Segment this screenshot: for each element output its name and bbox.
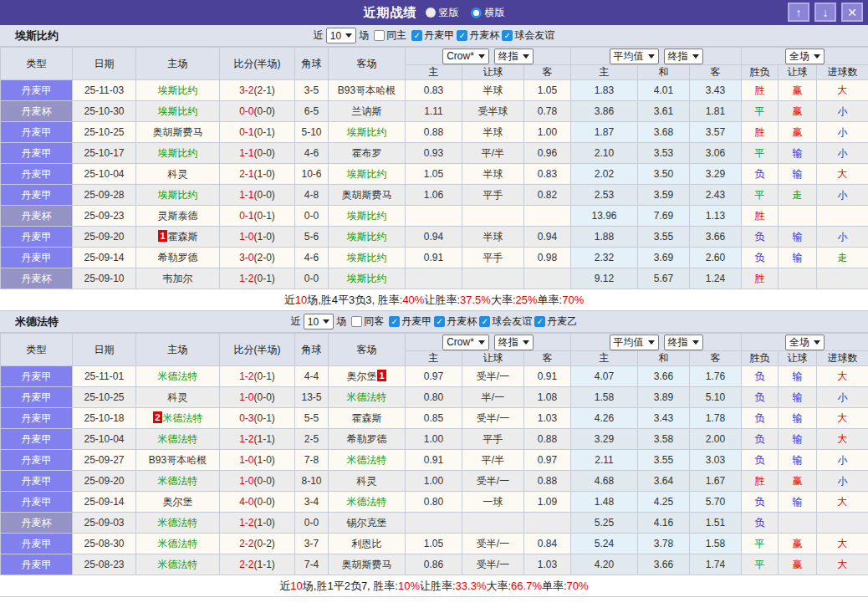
league-checkbox[interactable]: ✓ [389, 316, 400, 327]
avg-draw-odds-cell: 3.43 [638, 408, 690, 429]
odds-mode-select[interactable]: 终指 [494, 49, 534, 64]
close-button[interactable]: ✕ [841, 3, 863, 22]
home-team-cell[interactable]: 米德法特 [136, 513, 220, 534]
home-team-cell[interactable]: 埃斯比约 [136, 185, 220, 206]
home-team-cell[interactable]: B93哥本哈根 [136, 450, 220, 471]
league-checkbox[interactable]: ✓ [502, 30, 513, 41]
home-team-cell[interactable]: 奥尔堡 [136, 492, 220, 513]
score-cell: 3-0(2-0) [220, 248, 295, 268]
league-checkbox[interactable]: ✓ [434, 316, 445, 327]
scroll-down-button[interactable]: ↓ [814, 3, 836, 22]
away-team-cell[interactable]: 兰讷斯 [329, 101, 406, 122]
avg-source-select[interactable]: 平均值 [610, 335, 659, 350]
home-team-cell[interactable]: 米德法特 [136, 534, 220, 554]
away-team-cell[interactable]: 埃斯比约 [329, 164, 406, 185]
team-name: 奥胡斯费马 [342, 559, 392, 570]
away-team-cell[interactable]: 埃斯比约 [329, 227, 406, 248]
home-team-cell[interactable]: 灵斯泰德 [136, 206, 220, 227]
handicap-home-odds-cell: 0.94 [406, 227, 462, 248]
summary-segment: 单率: [542, 579, 567, 594]
league-checkbox[interactable]: ✓ [479, 316, 490, 327]
radio-horizontal-layout[interactable]: 横版 [471, 6, 505, 20]
avg-mode-select[interactable]: 终指 [664, 49, 703, 64]
radio-vertical-layout[interactable]: 竖版 [426, 6, 459, 20]
handicap-line-cell: 一球 [462, 492, 524, 513]
away-team-cell[interactable]: 霍森斯 [329, 408, 406, 429]
team-name: 韦加尔 [163, 273, 193, 284]
radio-vertical-icon[interactable] [426, 8, 436, 18]
away-team-cell[interactable]: 米德法特 [329, 387, 406, 408]
col-header-result: 胜负 [742, 65, 779, 80]
away-team-cell[interactable]: 埃斯比约 [329, 206, 406, 227]
match-type-cell: 丹麦甲 [1, 408, 73, 429]
scroll-up-button[interactable]: ↑ [788, 3, 809, 22]
goals-result-cell: 小 [817, 227, 868, 248]
near-count-select[interactable]: 10 [304, 314, 334, 329]
home-team-cell[interactable]: 科灵 [136, 387, 220, 408]
away-team-cell[interactable]: 希勒罗德 [329, 429, 406, 450]
team-name: 兰讷斯 [352, 105, 382, 117]
avg-draw-odds-cell: 4.01 [638, 80, 690, 101]
avg-source-select[interactable]: 平均值 [610, 49, 659, 64]
handicap-away-odds-cell: 0.88 [524, 429, 571, 450]
away-team-cell[interactable]: 埃斯比约 [329, 268, 406, 289]
home-team-cell[interactable]: 2米德法特 [136, 408, 220, 429]
home-team-cell[interactable]: 1霍森斯 [136, 227, 220, 248]
col-header-corner: 角球 [295, 334, 329, 366]
away-team-cell[interactable]: 锡尔克堡 [329, 513, 406, 534]
home-team-cell[interactable]: 科灵 [136, 164, 220, 185]
near-label: 近 [314, 28, 324, 43]
col-header-handicap-result: 让球 [779, 65, 817, 80]
away-team-cell[interactable]: B93哥本哈根 [329, 80, 406, 101]
home-team-cell[interactable]: 埃斯比约 [136, 101, 220, 122]
result-cell: 负 [742, 513, 779, 534]
match-type-cell: 丹麦甲 [1, 492, 73, 513]
away-team-cell[interactable]: 利恩比 [329, 534, 406, 554]
same-venue-checkbox[interactable] [351, 316, 362, 327]
home-team-cell[interactable]: 韦加尔 [136, 268, 220, 289]
col-header-odds-handicap: 让球 [462, 65, 524, 80]
near-count-select[interactable]: 10 [326, 28, 356, 43]
away-team-cell[interactable]: 奥尔堡1 [329, 366, 406, 387]
league-checkbox[interactable]: ✓ [411, 30, 422, 41]
away-team-cell[interactable]: 米德法特 [329, 450, 406, 471]
away-team-cell[interactable]: 霍布罗 [329, 143, 406, 164]
league-checkbox[interactable]: ✓ [457, 30, 467, 41]
table-row: 丹麦甲 25-10-25 奥胡斯费马 0-1(0-1) 5-10 埃斯比约 0.… [1, 122, 868, 143]
home-team-cell[interactable]: 埃斯比约 [136, 80, 220, 101]
same-venue-checkbox[interactable] [374, 30, 385, 41]
match-date-cell: 25-11-03 [73, 80, 136, 101]
score-cell: 1-0(0-0) [220, 471, 295, 492]
home-team-cell[interactable]: 希勒罗德 [136, 248, 220, 268]
away-team-cell[interactable]: 埃斯比约 [329, 122, 406, 143]
team-name: 米德法特 [347, 391, 387, 403]
home-team-cell[interactable]: 埃斯比约 [136, 143, 220, 164]
away-team-cell[interactable]: 奥胡斯费马 [329, 554, 406, 575]
team-name: 米德法特 [347, 454, 387, 466]
home-team-cell[interactable]: 米德法特 [136, 554, 220, 575]
team-name: 利恩比 [352, 538, 382, 549]
avg-away-odds-cell: 5.70 [690, 492, 742, 513]
home-team-cell[interactable]: 米德法特 [136, 471, 220, 492]
handicap-away-odds-cell: 1.08 [524, 387, 571, 408]
odds-source-select[interactable]: Crow* [442, 49, 489, 64]
corner-cell: 5-10 [295, 122, 329, 143]
odds-source-select[interactable]: Crow* [442, 335, 489, 350]
avg-draw-odds-cell: 3.68 [638, 122, 690, 143]
score-cell: 0-1(0-1) [220, 206, 295, 227]
home-team-cell[interactable]: 米德法特 [136, 366, 220, 387]
radio-horizontal-icon[interactable] [471, 8, 482, 18]
home-team-cell[interactable]: 奥胡斯费马 [136, 122, 220, 143]
away-team-cell[interactable]: 米德法特 [329, 492, 406, 513]
scope-select[interactable]: 全场 [785, 335, 825, 350]
away-team-cell[interactable]: 埃斯比约 [329, 248, 406, 268]
away-team-cell[interactable]: 奥胡斯费马 [329, 185, 406, 206]
odds-mode-select[interactable]: 终指 [494, 335, 534, 350]
result-cell: 平 [742, 554, 779, 575]
avg-mode-select[interactable]: 终指 [664, 335, 703, 350]
team-name: 埃斯比约 [158, 189, 198, 201]
league-checkbox[interactable]: ✓ [534, 316, 545, 327]
home-team-cell[interactable]: 米德法特 [136, 429, 220, 450]
scope-select[interactable]: 全场 [785, 49, 825, 64]
away-team-cell[interactable]: 科灵 [329, 471, 406, 492]
